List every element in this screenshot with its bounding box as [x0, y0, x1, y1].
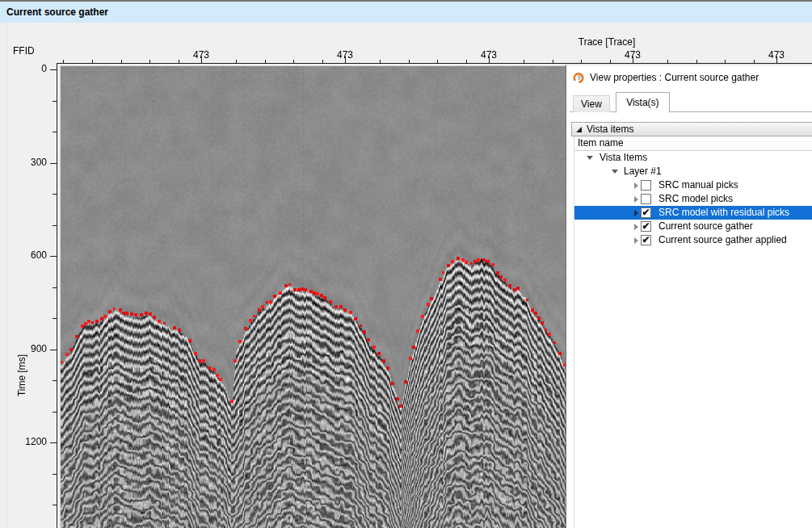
- tree-row-layer[interactable]: Layer #1: [574, 165, 812, 178]
- unchecked-checkbox[interactable]: [641, 194, 651, 204]
- current-source-gather-window: Current source gather FFID Trace [Trace]…: [0, 0, 812, 528]
- left-edge-divider: [6, 23, 7, 528]
- ffid-axis-label: FFID: [13, 45, 35, 57]
- chevron-down-icon[interactable]: [611, 168, 619, 176]
- seismic-image-frame: [60, 65, 568, 528]
- view-properties-panel: 9 View properties : Current source gathe…: [566, 65, 812, 528]
- tab-vistas[interactable]: Vista(s): [616, 92, 669, 113]
- window-title: Current source gather: [6, 6, 108, 18]
- item-name-column-header[interactable]: Item name: [574, 136, 812, 151]
- chevron-down-icon[interactable]: [586, 154, 594, 162]
- checked-checkbox[interactable]: ✔: [641, 207, 651, 218]
- svg-text:9: 9: [578, 74, 581, 82]
- tree-row-item[interactable]: ✔Current source gather applied: [574, 233, 812, 247]
- trace-tick-label: 473: [471, 49, 507, 61]
- trace-tick-label: 473: [327, 49, 363, 61]
- tree-row-item[interactable]: SRC model picks: [574, 192, 812, 206]
- seismic-image[interactable]: [61, 66, 567, 528]
- chevron-right-icon[interactable]: [632, 182, 640, 190]
- time-tick-label: 900: [18, 343, 47, 354]
- tree-row-item[interactable]: SRC manual picks: [574, 178, 812, 192]
- item-label: Vista Items: [600, 151, 647, 165]
- group-header-label: Vista items: [587, 124, 633, 135]
- tree-row-item[interactable]: ✔SRC model with residual picks: [574, 206, 812, 220]
- item-label: SRC model picks: [658, 192, 733, 206]
- item-label: SRC model with residual picks: [658, 206, 789, 220]
- vista-logo-icon: 9: [573, 72, 585, 84]
- item-label: SRC manual picks: [658, 178, 738, 192]
- item-label: Current source gather: [658, 220, 753, 233]
- tree-row-vista-items[interactable]: Vista Items: [574, 151, 812, 165]
- chevron-right-icon[interactable]: [632, 223, 640, 231]
- trace-tick-label: 473: [615, 49, 650, 61]
- tree-row-item[interactable]: ✔Current source gather: [574, 220, 812, 233]
- item-label: Layer #1: [624, 165, 662, 178]
- vista-items-group-header[interactable]: Vista items: [571, 122, 812, 136]
- window-titlebar[interactable]: Current source gather: [0, 2, 812, 23]
- time-tick-label: 300: [18, 157, 47, 168]
- trace-axis-title: Trace [Trace]: [568, 36, 646, 48]
- tab-view[interactable]: View: [573, 95, 610, 112]
- trace-tick-label: 473: [759, 49, 794, 61]
- tab-bar: View Vista(s): [570, 92, 812, 112]
- time-tick-label: 600: [18, 249, 47, 261]
- chevron-right-icon[interactable]: [632, 195, 640, 203]
- checked-checkbox[interactable]: ✔: [641, 235, 651, 245]
- unchecked-checkbox[interactable]: [641, 180, 651, 191]
- checked-checkbox[interactable]: ✔: [641, 221, 651, 232]
- trace-tick-label: 473: [183, 49, 219, 61]
- chevron-right-icon[interactable]: [632, 209, 640, 217]
- time-tick-label: 0: [18, 63, 47, 74]
- item-label: Current source gather applied: [658, 233, 787, 247]
- collapse-triangle-icon: [576, 127, 582, 132]
- panel-header: 9 View properties : Current source gathe…: [573, 71, 759, 84]
- time-tick-label: 1200: [18, 436, 47, 447]
- panel-title: View properties : Current source gather: [590, 72, 759, 83]
- chevron-right-icon[interactable]: [632, 237, 640, 245]
- vista-items-tree: Vista ItemsLayer #1SRC manual picksSRC m…: [574, 151, 812, 528]
